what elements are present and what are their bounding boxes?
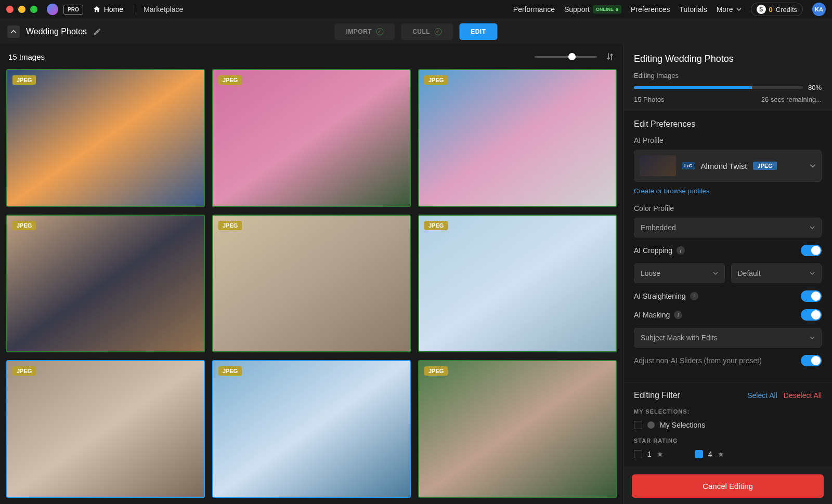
select-all-link[interactable]: Select All xyxy=(747,391,777,400)
thumbnail-footer: sample-freestockpro-341372... ★★★★★ xyxy=(418,352,617,353)
import-stage-button[interactable]: IMPORT ✓ xyxy=(334,23,395,40)
edit-stage-button[interactable]: EDIT xyxy=(459,23,497,40)
thumbnail-card[interactable]: JPEG xyxy=(212,360,411,498)
ai-masking-toggle[interactable] xyxy=(801,309,822,321)
thumbnail-image-wrap[interactable]: JPEG xyxy=(212,360,411,498)
collapse-button[interactable] xyxy=(7,25,20,38)
more-label: More xyxy=(717,5,733,14)
progress-fill xyxy=(634,86,752,89)
photo-placeholder-icon xyxy=(7,70,204,206)
chevron-down-icon xyxy=(810,163,816,169)
edit-prefs-heading: Edit Preferences xyxy=(634,120,822,129)
tutorials-link[interactable]: Tutorials xyxy=(680,5,707,14)
photo-placeholder-icon xyxy=(213,216,410,351)
adjust-sliders-row: Adjust non-AI Sliders (from your preset) xyxy=(634,355,822,366)
chevron-down-icon xyxy=(736,7,742,12)
progress-row: 80% xyxy=(634,84,822,91)
thumbnail-image-wrap[interactable]: JPEG xyxy=(6,360,205,498)
mask-mode-value: Subject Mask with Edits xyxy=(641,334,718,342)
checkbox-icon[interactable] xyxy=(695,450,703,458)
star-icon: ★ xyxy=(657,450,664,458)
ai-straightening-toggle[interactable] xyxy=(801,290,822,302)
thumbnail-image-wrap[interactable]: JPEG xyxy=(6,69,205,207)
support-link[interactable]: Support ONLINE xyxy=(564,5,621,14)
sidebar-header: Editing Wedding Photos Editing Images 80… xyxy=(623,44,832,111)
color-profile-label: Color Profile xyxy=(634,204,822,213)
performance-link[interactable]: Performance xyxy=(513,5,555,14)
nav-separator xyxy=(134,5,134,14)
cancel-editing-button[interactable]: Cancel Editing xyxy=(632,474,824,498)
svg-rect-4 xyxy=(213,216,410,351)
cull-stage-button[interactable]: CULL ✓ xyxy=(401,23,453,40)
thumbnail-card[interactable]: JPEG sample-asadphoto-169198.jpg ★★★★★ xyxy=(418,69,617,207)
preferences-link[interactable]: Preferences xyxy=(631,5,670,14)
svg-rect-6 xyxy=(7,361,204,497)
edit-preferences-section: Edit Preferences AI Profile LrC Almond T… xyxy=(623,111,832,382)
thumbnail-card[interactable]: JPEG sample-asadphoto-1024968.... ★★★★★ xyxy=(6,69,205,207)
thumbnail-footer: sample-asadphoto-169198.jpg ★★★★★ xyxy=(418,207,617,207)
info-icon[interactable]: i xyxy=(674,311,682,319)
my-selections-checkbox-row[interactable]: My Selections xyxy=(634,421,822,429)
edit-label: EDIT xyxy=(471,28,486,35)
checkbox-icon[interactable] xyxy=(634,421,642,429)
thumbnail-card[interactable]: JPEG sample-asadphoto-169190.jpg ★★★★★ xyxy=(212,69,411,207)
thumbnail-card[interactable]: JPEG sample-emma-bauso-11838... ★★★★★ xyxy=(6,215,205,353)
more-menu[interactable]: More xyxy=(717,5,742,14)
thumbnail-size-slider[interactable] xyxy=(535,56,597,58)
thumbnail-card[interactable]: JPEG sample-freestockpro-341372... ★★★★★ xyxy=(418,215,617,353)
thumbnail-image-wrap[interactable]: JPEG xyxy=(212,215,411,352)
sort-icon[interactable] xyxy=(605,52,615,61)
thumbnail-grid: JPEG sample-asadphoto-1024968.... ★★★★★ … xyxy=(0,69,623,504)
grid-controls xyxy=(535,52,615,61)
avatar[interactable]: KA xyxy=(812,3,826,16)
thumbnail-card[interactable]: JPEG sample-emma-bauso-11838... ★★★★★ xyxy=(212,215,411,353)
thumbnail-image-wrap[interactable]: JPEG xyxy=(212,69,411,207)
deselect-all-link[interactable]: Deselect All xyxy=(784,391,822,400)
import-label: IMPORT xyxy=(346,28,372,35)
checkbox-icon[interactable] xyxy=(634,450,642,458)
crop-default-select[interactable]: Default xyxy=(731,263,822,283)
color-profile-select[interactable]: Embedded xyxy=(634,218,822,237)
check-icon: ✓ xyxy=(434,28,441,35)
sidebar-scroll[interactable]: Edit Preferences AI Profile LrC Almond T… xyxy=(623,111,832,468)
progress-meta: 15 Photos 26 secs remaining... xyxy=(634,96,822,103)
mask-mode-select[interactable]: Subject Mask with Edits xyxy=(634,328,822,348)
browse-profiles-link[interactable]: Create or browse profiles xyxy=(634,187,822,195)
pencil-icon[interactable] xyxy=(93,28,101,36)
info-icon[interactable]: i xyxy=(690,292,698,300)
thumbnail-image-wrap[interactable]: JPEG xyxy=(418,215,617,352)
marketplace-link[interactable]: Marketplace xyxy=(144,5,183,14)
credits-label: Credits xyxy=(776,6,797,14)
photo-placeholder-icon xyxy=(419,361,616,497)
color-profile-value: Embedded xyxy=(641,223,676,232)
project-name: Wedding Photos xyxy=(26,27,87,36)
ai-profile-selector[interactable]: LrC Almond Twist JPEG xyxy=(634,150,822,182)
photo-placeholder-icon xyxy=(213,70,410,206)
home-icon xyxy=(93,5,101,14)
thumbnail-image-wrap[interactable]: JPEG xyxy=(418,69,617,207)
photo-placeholder-icon xyxy=(7,361,204,497)
thumbnail-image-wrap[interactable]: JPEG xyxy=(418,360,617,498)
thumbnail-footer: sample-emma-bauso-11838... ★★★★★ xyxy=(6,352,205,353)
star-1-row[interactable]: 1 ★ xyxy=(634,450,664,458)
chevron-up-icon xyxy=(10,29,17,35)
home-link[interactable]: Home xyxy=(93,5,123,14)
close-window-icon[interactable] xyxy=(6,6,14,13)
thumbnail-card[interactable]: JPEG xyxy=(418,360,617,498)
maximize-window-icon[interactable] xyxy=(30,6,37,13)
crop-mode-select[interactable]: Loose xyxy=(634,263,725,283)
cull-label: CULL xyxy=(412,28,430,35)
ai-cropping-toggle[interactable] xyxy=(801,245,822,256)
slider-thumb-icon[interactable] xyxy=(568,53,576,60)
crop-mode-value: Loose xyxy=(641,269,660,277)
thumbnail-card[interactable]: JPEG xyxy=(6,360,205,498)
svg-rect-1 xyxy=(213,70,410,206)
selection-dot-icon xyxy=(647,421,655,429)
sidebar-subtitle: Editing Images xyxy=(634,72,822,79)
star-4-row[interactable]: 4 ★ xyxy=(695,450,724,458)
thumbnail-image-wrap[interactable]: JPEG xyxy=(6,215,205,352)
minimize-window-icon[interactable] xyxy=(18,6,25,13)
info-icon[interactable]: i xyxy=(677,246,685,255)
credits-pill[interactable]: $ 0 Credits xyxy=(751,3,803,16)
adjust-sliders-toggle[interactable] xyxy=(801,355,822,366)
